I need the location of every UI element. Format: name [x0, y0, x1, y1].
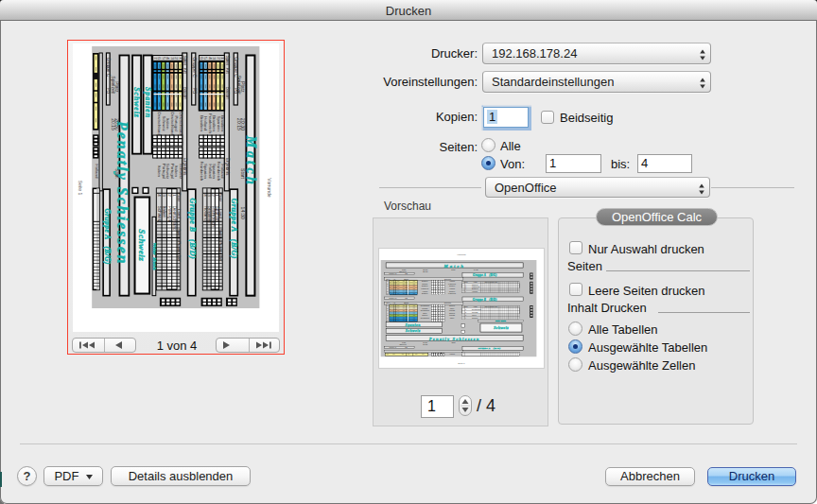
svg-text:Spiel: Spiel — [386, 302, 391, 304]
svg-text:6: 6 — [387, 292, 388, 294]
svg-text:3: 3 — [465, 314, 466, 316]
svg-text:Ballon: Ballon — [183, 87, 187, 99]
svg-text:Penatly Schiessen: Penatly Schiessen — [113, 121, 130, 266]
svg-text:14:30: 14:30 — [240, 207, 246, 219]
svg-text:Spielzeit: Spielzeit — [111, 76, 115, 95]
svg-text:Penatly Schiessen: Penatly Schiessen — [429, 337, 480, 341]
svg-text:Frankreich: Frankreich — [448, 292, 456, 294]
svg-text:3: 3 — [387, 285, 388, 287]
svg-text:Gruppe C: Gruppe C — [234, 57, 238, 78]
svg-text:20:15: 20:15 — [423, 270, 428, 272]
svg-text:Deutschland: Deutschland — [472, 308, 481, 310]
svg-text:Schweiz: Schweiz — [449, 304, 455, 306]
svg-text:20:30: 20:30 — [423, 341, 427, 343]
svg-text:Gruppe C: Gruppe C — [192, 57, 197, 78]
svg-text:4: 4 — [465, 290, 466, 292]
svg-text:Frankreich: Frankreich — [421, 287, 428, 289]
svg-text:Art: Art — [183, 68, 187, 75]
svg-text:3: 3 — [387, 309, 388, 311]
svg-text:Brasilien: Brasilien — [472, 287, 478, 289]
svg-text:Ballon: Ballon — [404, 278, 408, 280]
svg-text:Schweiz: Schweiz — [157, 206, 162, 223]
svg-text:Match: Match — [244, 135, 259, 187]
svg-text:Schweiz: Schweiz — [132, 87, 141, 118]
svg-text:Gruppe A (B/G): Gruppe A (B/G) — [478, 346, 501, 350]
svg-text:Portugal: Portugal — [167, 206, 172, 222]
svg-text:Ballon: Ballon — [225, 87, 230, 99]
svg-text:Seite 1: Seite 1 — [78, 181, 82, 196]
svg-text:Platz: Platz — [402, 269, 406, 270]
svg-text:20:15: 20:15 — [236, 118, 242, 130]
svg-text:Gruppe C: Gruppe C — [389, 272, 397, 274]
svg-text:3: 3 — [465, 287, 466, 289]
svg-text:Italien: Italien — [472, 314, 477, 316]
svg-text:Schweiz: Schweiz — [494, 325, 509, 330]
svg-text:Italien: Italien — [450, 317, 454, 319]
svg-text:Schweiz: Schweiz — [137, 229, 147, 261]
svg-text:Holland: Holland — [422, 290, 427, 292]
svg-text:6: 6 — [387, 317, 388, 319]
svg-text:Holland: Holland — [449, 353, 455, 355]
svg-text:1: 1 — [465, 284, 466, 286]
svg-text:Schweiz: Schweiz — [449, 312, 455, 314]
svg-text:2: 2 — [465, 286, 466, 287]
svg-text:Spanien: Spanien — [472, 284, 478, 286]
svg-text:Brasilien: Brasilien — [422, 285, 427, 287]
svg-text:Portugal: Portugal — [449, 314, 456, 316]
svg-text:Spanien: Spanien — [144, 87, 152, 118]
svg-text:Gruppe C: Gruppe C — [106, 58, 111, 78]
svg-text:Deutschland: Deutschland — [172, 206, 177, 231]
svg-text:Deutschland: Deutschland — [421, 317, 429, 319]
svg-text:PB: PB — [192, 88, 197, 95]
svg-text:Holland: Holland — [203, 206, 208, 221]
svg-text:Start: Start — [451, 341, 455, 343]
svg-text:Spiel: Spiel — [386, 278, 391, 280]
svg-text:Schweiz: Schweiz — [406, 329, 421, 333]
svg-text:Deutschland: Deutschland — [421, 304, 429, 306]
svg-text:Weiter Match: Weiter Match — [152, 242, 157, 269]
svg-text:Gruppe A (B/G): Gruppe A (B/G) — [103, 208, 112, 265]
svg-text:Vorrunde: Vorrunde — [457, 253, 466, 256]
svg-text:2: 2 — [387, 307, 388, 309]
svg-text:20:30: 20:30 — [423, 269, 428, 270]
svg-text:Gruppe B (B/D): Gruppe B (B/D) — [473, 298, 497, 302]
svg-text:Start: Start — [451, 269, 456, 270]
svg-text:Start: Start — [240, 168, 246, 180]
svg-text:Italien: Italien — [423, 312, 426, 314]
svg-text:Frankreich: Frankreich — [472, 286, 479, 287]
svg-text:Art: Art — [225, 68, 230, 75]
svg-text:Schweiz: Schweiz — [472, 317, 478, 319]
svg-text:2: 2 — [465, 311, 466, 313]
svg-text:1: 1 — [387, 304, 388, 306]
svg-text:Land: Land — [474, 281, 478, 283]
svg-text:Land: Land — [474, 305, 478, 307]
svg-text:Portugal: Portugal — [422, 307, 428, 309]
svg-text:Ergebnis: Ergebnis — [444, 278, 451, 280]
svg-text:Gruppe B (B/D): Gruppe B (B/D) — [188, 199, 197, 259]
svg-text:Deutschland: Deutschland — [421, 309, 429, 311]
svg-text:7: 7 — [387, 319, 388, 321]
svg-text:2: 2 — [387, 283, 388, 285]
svg-text:Ballon: Ballon — [404, 302, 408, 304]
svg-text:Vorrunde: Vorrunde — [267, 178, 271, 198]
svg-text:1: 1 — [465, 308, 466, 310]
svg-text:Gruppe C: Gruppe C — [389, 297, 397, 299]
svg-text:4: 4 — [387, 287, 388, 289]
svg-text:Holland: Holland — [449, 280, 455, 282]
svg-text:Weiter Match: Weiter Match — [495, 320, 506, 322]
svg-text:Spanien: Spanien — [422, 283, 427, 285]
svg-text:Italien: Italien — [450, 307, 454, 309]
svg-text:Schweiz: Schweiz — [422, 314, 427, 316]
svg-text:Spiele Punkte Diff: Spiele Punkte Diff — [485, 281, 498, 283]
svg-text:Match: Match — [443, 264, 465, 269]
svg-text:Italien: Italien — [157, 165, 162, 177]
svg-text:Frankreich: Frankreich — [448, 283, 456, 285]
svg-text:Seite 1: Seite 1 — [458, 362, 465, 365]
svg-text:Brasilien: Brasilien — [422, 280, 427, 282]
svg-text:Brasilien: Brasilien — [422, 292, 427, 294]
svg-text:Spiele Punkte Diff: Spiele Punkte Diff — [485, 305, 498, 307]
svg-text:Start: Start — [114, 168, 119, 179]
svg-text:Spielzeit: Spielzeit — [399, 343, 407, 345]
svg-text:Portugal: Portugal — [472, 311, 478, 313]
svg-text:14:30: 14:30 — [474, 269, 479, 270]
